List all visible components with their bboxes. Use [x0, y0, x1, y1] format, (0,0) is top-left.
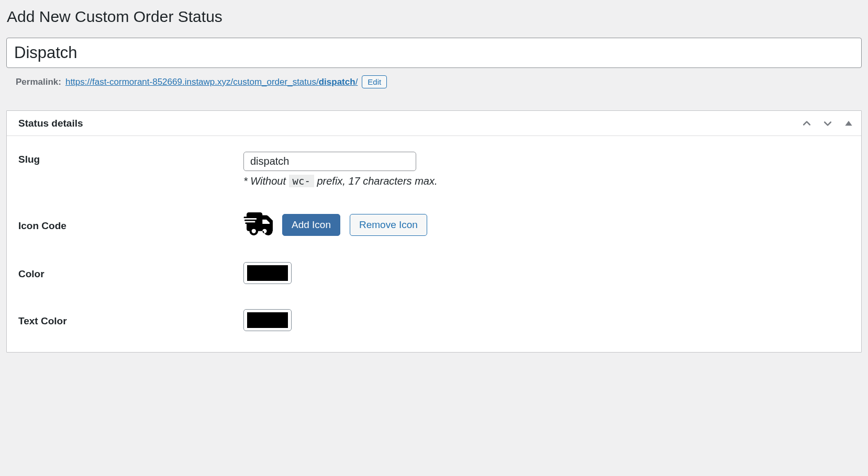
slug-hint-suffix: prefix, 17 characters max.	[314, 175, 438, 187]
color-label: Color	[18, 266, 243, 280]
status-details-metabox: Status details Slug * W	[6, 110, 862, 353]
metabox-title: Status details	[18, 118, 83, 129]
svg-marker-0	[845, 121, 852, 126]
slug-label: Slug	[18, 152, 243, 165]
metabox-header: Status details	[7, 111, 861, 136]
edit-permalink-button[interactable]: Edit	[362, 75, 387, 88]
text-color-swatch	[247, 312, 288, 328]
slug-row: Slug * Without wc- prefix, 17 characters…	[18, 152, 850, 187]
text-color-picker[interactable]	[243, 309, 292, 331]
permalink-slug: dispatch	[319, 77, 355, 87]
icon-code-row: Icon Code Add Icon Remove Icon	[18, 212, 850, 237]
color-picker[interactable]	[243, 262, 292, 284]
text-color-row: Text Color	[18, 309, 850, 331]
slug-hint: * Without wc- prefix, 17 characters max.	[243, 175, 850, 187]
remove-icon-button[interactable]: Remove Icon	[350, 214, 427, 236]
slug-hint-prefix: * Without	[243, 175, 289, 187]
toggle-panel-icon[interactable]	[843, 118, 854, 129]
move-up-icon[interactable]	[802, 118, 812, 129]
post-title-input[interactable]	[6, 38, 862, 68]
color-swatch	[247, 265, 288, 281]
permalink-label: Permalink:	[16, 77, 61, 87]
permalink-trail: /	[355, 77, 358, 87]
slug-hint-code: wc-	[289, 175, 314, 187]
add-icon-button[interactable]: Add Icon	[282, 214, 340, 236]
color-row: Color	[18, 262, 850, 284]
slug-input[interactable]	[243, 152, 416, 171]
truck-fast-icon	[243, 212, 273, 237]
permalink-url[interactable]: https://fast-cormorant-852669.instawp.xy…	[65, 77, 358, 87]
move-down-icon[interactable]	[822, 118, 833, 129]
text-color-label: Text Color	[18, 313, 243, 327]
permalink-url-base: https://fast-cormorant-852669.instawp.xy…	[65, 77, 319, 87]
permalink-row: Permalink: https://fast-cormorant-852669…	[16, 75, 862, 88]
icon-code-label: Icon Code	[18, 218, 243, 232]
page-title: Add New Custom Order Status	[7, 7, 862, 26]
